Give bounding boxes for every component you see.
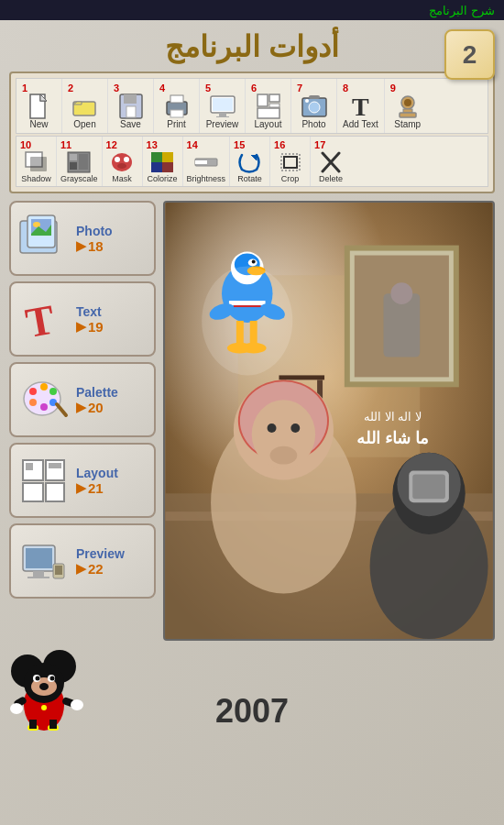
- sidebar-layout-num: 21: [88, 480, 104, 496]
- toolbar-num-4: 4: [159, 82, 165, 94]
- svg-rect-27: [30, 157, 47, 171]
- sidebar-layout-label-group: Layout ▶ 21: [76, 466, 118, 496]
- toolbar-label-delete: Delete: [319, 174, 343, 183]
- toolbar-label-open: Open: [73, 119, 95, 129]
- svg-point-58: [29, 399, 37, 406]
- toolbar-num-2: 2: [68, 82, 73, 94]
- svg-point-19: [305, 99, 309, 103]
- toolbar-item-layout[interactable]: 6 Layout: [246, 79, 291, 133]
- svg-point-18: [309, 102, 320, 113]
- toolbar-item-grayscale[interactable]: 11 Grayscale: [57, 137, 103, 186]
- sidebar-item-layout[interactable]: Layout ▶ 21: [9, 443, 156, 518]
- svg-point-124: [36, 676, 40, 681]
- toolbar-item-crop[interactable]: 16 Crop: [270, 137, 311, 186]
- year-display: 2007: [92, 692, 412, 731]
- svg-rect-29: [70, 154, 77, 160]
- svg-point-126: [39, 683, 49, 690]
- sidebar-palette-label: Palette: [76, 385, 118, 400]
- colorize-icon: [148, 150, 176, 174]
- svg-rect-15: [257, 108, 279, 118]
- toolbar-item-save[interactable]: 3 Save: [108, 79, 154, 133]
- mickey-icon: [9, 648, 92, 731]
- photo-sidebar-icon: [18, 214, 69, 264]
- sidebar-item-palette[interactable]: Palette ▶ 20: [9, 362, 156, 437]
- toolbar-item-addtext[interactable]: 8 T Add Text: [337, 79, 385, 133]
- sidebar-photo-label: Photo: [76, 224, 113, 238]
- svg-rect-39: [162, 152, 173, 162]
- sidebar-palette-num: 20: [88, 400, 104, 415]
- toolbar-item-rotate[interactable]: 15 Rotate: [230, 137, 270, 186]
- toolbar-num-15: 15: [234, 139, 245, 150]
- toolbar-item-open[interactable]: 2 Open: [62, 79, 108, 133]
- brightness-icon: [192, 150, 220, 174]
- sidebar-photo-arrow-num: ▶ 18: [76, 238, 104, 254]
- sidebar-palette-label-group: Palette ▶ 20: [76, 385, 118, 415]
- svg-point-55: [49, 388, 57, 395]
- main-title: أدوات البرنامج: [9, 29, 495, 64]
- sidebar-photo-label-group: Photo ▶ 18: [76, 224, 113, 254]
- toolbar-item-preview[interactable]: 5 Preview: [200, 79, 246, 133]
- svg-point-54: [40, 383, 48, 390]
- toolbar-item-colorize[interactable]: 13 Colorize: [143, 137, 183, 186]
- sidebar-item-preview[interactable]: Preview ▶ 22: [9, 523, 156, 599]
- sidebar-text-label: Text: [76, 304, 102, 319]
- svg-rect-61: [23, 483, 43, 501]
- toolbar-label-photo: Photo: [301, 119, 325, 129]
- svg-rect-31: [79, 154, 88, 170]
- mask-icon: [108, 150, 136, 174]
- toolbar-num-3: 3: [114, 82, 119, 94]
- svg-rect-8: [170, 110, 183, 117]
- toolbar-item-brightness[interactable]: 14 Brightness: [183, 137, 231, 186]
- toolbar-item-photo[interactable]: 7 Photo: [291, 79, 337, 133]
- palette-sidebar-icon: [18, 375, 69, 425]
- svg-rect-64: [26, 463, 33, 470]
- svg-point-99: [202, 266, 292, 375]
- sidebar-text-num: 19: [88, 319, 104, 335]
- toolbar-label-mask: Mask: [112, 174, 132, 183]
- svg-rect-37: [151, 152, 162, 162]
- svg-point-80: [390, 282, 412, 304]
- svg-point-34: [124, 157, 129, 162]
- toolbar-label-addtext: Add Text: [343, 119, 378, 129]
- preview-toolbar-icon: [208, 94, 237, 119]
- toolbar-item-delete[interactable]: 17 Delete: [311, 137, 351, 186]
- svg-rect-81: [279, 375, 324, 380]
- sidebar-layout-label: Layout: [76, 466, 118, 480]
- toolbar-item-mask[interactable]: 12 Mask: [103, 137, 143, 186]
- toolbar-item-stamp[interactable]: 9 Stamp: [385, 79, 431, 133]
- sidebar-preview-num: 22: [88, 561, 104, 577]
- delete-icon: [317, 150, 345, 174]
- sidebar-photo-arrow: ▶: [76, 238, 86, 253]
- mickey-area: 2007: [9, 648, 495, 731]
- svg-point-109: [270, 446, 298, 465]
- svg-rect-24: [400, 113, 416, 117]
- toolbar-num-10: 10: [20, 139, 31, 150]
- svg-rect-129: [29, 720, 37, 729]
- open-icon: [71, 94, 100, 119]
- toolbar-row-2: 10 Shadow 11 Grayscale 12 Mask: [16, 136, 488, 187]
- sidebar-item-photo[interactable]: Photo ▶ 18: [9, 201, 156, 276]
- svg-point-33: [115, 157, 120, 162]
- toolbar-item-shadow[interactable]: 10 Shadow: [16, 137, 57, 186]
- sidebar-layout-arrow: ▶: [76, 480, 86, 495]
- sidebar-item-text[interactable]: T Text ▶ 19: [9, 281, 156, 357]
- grayscale-icon: [65, 150, 93, 174]
- toolbar-num-6: 6: [251, 82, 257, 94]
- sidebar-text-arrow-num: ▶ 19: [76, 319, 104, 335]
- toolbar-num-16: 16: [274, 139, 285, 150]
- preview-area: لا اله الا الله ما شاء الله: [163, 201, 495, 641]
- svg-rect-38: [162, 162, 173, 172]
- svg-point-49: [33, 222, 40, 227]
- svg-point-53: [29, 388, 37, 395]
- toolbar-item-new[interactable]: 1 New: [16, 79, 62, 133]
- lower-content: Photo ▶ 18 T Text ▶: [9, 201, 495, 641]
- sidebar-preview-label-group: Preview ▶ 22: [76, 546, 125, 577]
- toolbar-num-8: 8: [343, 82, 348, 94]
- svg-point-108: [290, 424, 300, 433]
- toolbar-row-1: 1 New 2 Open 3 Save: [16, 78, 488, 134]
- preview-sidebar-icon: [18, 536, 69, 587]
- sidebar-layout-arrow-num: ▶ 21: [76, 480, 104, 496]
- title-section: أدوات البرنامج 2: [9, 29, 495, 64]
- toolbar-item-print[interactable]: 4 Print: [154, 79, 200, 133]
- svg-text:T: T: [352, 94, 369, 119]
